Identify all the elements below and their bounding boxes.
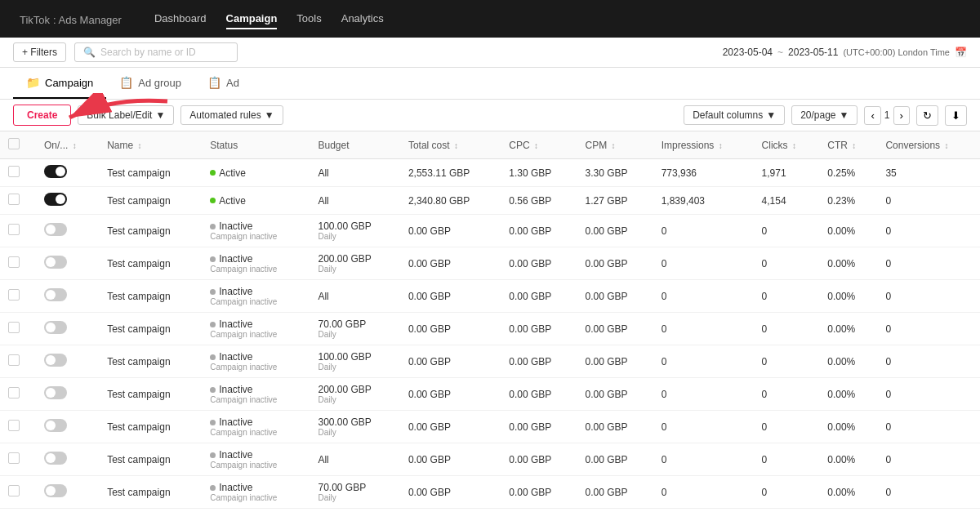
campaign-tab-icon: 📁 [26, 76, 40, 89]
row-cpm: 0.00 GBP [577, 247, 653, 280]
row-toggle[interactable] [44, 452, 67, 465]
col-onoff[interactable]: On/... ↕ [36, 131, 99, 159]
bulk-edit-chevron: ▼ [155, 109, 165, 121]
row-toggle[interactable] [44, 321, 67, 334]
filter-button[interactable]: + Filters [13, 42, 66, 62]
row-ctr: 0.00% [819, 443, 877, 476]
row-status: InactiveCampaign inactive [202, 411, 310, 443]
col-conversions[interactable]: Conversions ↕ [877, 131, 980, 159]
row-checkbox[interactable] [8, 452, 20, 464]
nav-campaign[interactable]: Campaign [226, 9, 278, 29]
tab-campaign[interactable]: 📁 Campaign [13, 68, 106, 99]
nav-tools[interactable]: Tools [296, 9, 321, 29]
row-total-cost: 0.00 GBP [400, 411, 501, 443]
row-ctr: 0.00% [819, 313, 877, 345]
date-end[interactable]: 2023-05-11 [788, 47, 838, 58]
row-total-cost: 0.00 GBP [400, 280, 501, 313]
row-toggle[interactable] [44, 288, 67, 301]
create-button[interactable]: Create [13, 105, 71, 126]
col-status[interactable]: Status [202, 131, 310, 159]
status-dot [210, 452, 216, 458]
row-budget: 100.00 GBPDaily [310, 509, 399, 513]
row-toggle[interactable] [44, 386, 67, 399]
row-cpc: 0.00 GBP [501, 443, 577, 476]
row-name: Test campaign [99, 345, 202, 378]
col-name[interactable]: Name ↕ [99, 131, 202, 159]
row-toggle[interactable] [44, 256, 67, 269]
row-checkbox[interactable] [8, 387, 20, 398]
nav-dashboard[interactable]: Dashboard [154, 9, 207, 29]
bulk-edit-button[interactable]: Bulk Label/Edit ▼ [78, 105, 174, 125]
row-impressions: 773,936 [653, 159, 754, 187]
status-dot [210, 322, 216, 327]
row-clicks: 0 [754, 476, 820, 509]
row-conversions: 0 [877, 411, 980, 443]
timezone-label: (UTC+00:00) London Time [843, 47, 950, 57]
col-budget[interactable]: Budget [310, 131, 399, 159]
search-box[interactable]: 🔍 Search by name or ID [74, 42, 238, 62]
col-total-cost[interactable]: Total cost ↕ [400, 131, 501, 159]
row-conversions: 0 [877, 215, 980, 247]
table-row: Test campaignInactiveCampaign inactive10… [0, 215, 980, 247]
row-toggle[interactable] [44, 193, 67, 206]
status-dot [210, 387, 216, 393]
row-checkbox[interactable] [8, 322, 20, 333]
tab-adgroup[interactable]: 📋 Ad group [106, 68, 194, 99]
row-checkbox[interactable] [8, 354, 20, 366]
row-toggle[interactable] [44, 354, 67, 367]
row-conversions: 0 [877, 378, 980, 411]
row-ctr: 0.00% [819, 411, 877, 443]
table-row: Test campaignInactiveCampaign inactive20… [0, 378, 980, 411]
per-page-button[interactable]: 20/page ▼ [791, 105, 858, 125]
default-columns-button[interactable]: Default columns ▼ [684, 105, 785, 125]
row-checkbox[interactable] [8, 256, 20, 268]
col-ctr[interactable]: CTR ↕ [819, 131, 877, 159]
search-placeholder: Search by name or ID [100, 47, 196, 58]
row-clicks: 0 [754, 509, 820, 513]
col-cpc[interactable]: CPC ↕ [501, 131, 577, 159]
row-checkbox[interactable] [8, 485, 20, 496]
nav-analytics[interactable]: Analytics [341, 9, 384, 29]
row-name: Test campaign [99, 187, 202, 215]
default-columns-label: Default columns [693, 109, 763, 121]
table-row: Test campaignInactiveCampaign inactive10… [0, 345, 980, 378]
row-cpm: 0.00 GBP [577, 443, 653, 476]
table-row: Test campaignInactiveCampaign inactive30… [0, 411, 980, 443]
row-clicks: 0 [754, 280, 820, 313]
automated-rules-button[interactable]: Automated rules ▼ [180, 105, 283, 125]
row-ctr: 0.00% [819, 247, 877, 280]
row-conversions: 35 [877, 159, 980, 187]
col-impressions[interactable]: Impressions ↕ [653, 131, 754, 159]
refresh-button[interactable]: ↻ [916, 105, 938, 126]
next-page-button[interactable]: › [893, 106, 910, 125]
row-ctr: 0.00% [819, 509, 877, 513]
row-total-cost: 0.00 GBP [400, 313, 501, 345]
date-range: 2023-05-04 ~ 2023-05-11 (UTC+00:00) Lond… [723, 47, 967, 58]
row-cpm: 0.00 GBP [577, 313, 653, 345]
row-status: InactiveCampaign inactive [202, 509, 310, 513]
row-total-cost: 0.00 GBP [400, 509, 501, 513]
row-status: InactiveCampaign inactive [202, 476, 310, 509]
row-impressions: 0 [653, 476, 754, 509]
logo-sub: : Ads Manager [53, 14, 122, 26]
row-total-cost: 0.00 GBP [400, 215, 501, 247]
row-checkbox[interactable] [8, 289, 20, 301]
row-toggle[interactable] [44, 419, 67, 432]
row-name: Test campaign [99, 476, 202, 509]
col-clicks[interactable]: Clicks ↕ [754, 131, 820, 159]
row-toggle[interactable] [44, 223, 67, 236]
tab-ad[interactable]: 📋 Ad [194, 68, 252, 99]
row-checkbox[interactable] [8, 420, 20, 431]
date-start[interactable]: 2023-05-04 [723, 47, 773, 58]
row-checkbox[interactable] [8, 194, 20, 205]
row-checkbox[interactable] [8, 224, 20, 235]
download-button[interactable]: ⬇ [945, 105, 967, 126]
row-impressions: 0 [653, 345, 754, 378]
row-impressions: 0 [653, 247, 754, 280]
col-cpm[interactable]: CPM ↕ [577, 131, 653, 159]
row-checkbox[interactable] [8, 166, 20, 177]
row-toggle[interactable] [44, 484, 67, 497]
prev-page-button[interactable]: ‹ [864, 106, 880, 125]
row-toggle[interactable] [44, 165, 67, 178]
row-budget: 70.00 GBPDaily [310, 313, 399, 345]
